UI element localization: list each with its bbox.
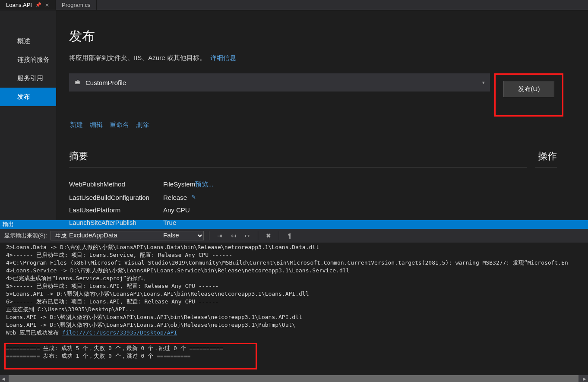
link-new[interactable]: 新建 — [70, 121, 83, 128]
row-key: LastUsedPlatform — [69, 206, 163, 214]
output-source-label: 显示输出来源(S): — [4, 232, 47, 240]
table-row: ExcludeAppData False — [69, 229, 557, 241]
edit-icon[interactable]: ✎ — [191, 194, 196, 201]
link-edit[interactable]: 编辑 — [90, 121, 103, 128]
nav-overview[interactable]: 概述 — [0, 32, 56, 51]
profile-dropdown[interactable]: CustomProfile ▾ — [69, 73, 490, 92]
table-row: LastUsedBuildConfiguration Release ✎ — [69, 191, 557, 204]
chevron-down-icon: ▾ — [482, 80, 485, 85]
scroll-left-icon[interactable]: ◀ — [0, 375, 7, 382]
output-body[interactable]: 2>Loans.Data -> D:\帮别人做的\小紫\LoansAPI\Loa… — [0, 243, 588, 375]
profile-links: 新建 编辑 重命名 删除 — [70, 121, 588, 129]
horizontal-scrollbar[interactable]: ◀ ▶ — [0, 375, 588, 382]
link-delete[interactable]: 删除 — [136, 121, 149, 128]
left-nav: 概述 连接的服务 服务引用 发布 — [0, 10, 56, 220]
main-area: 概述 连接的服务 服务引用 发布 发布 将应用部署到文件夹、IIS、Azure … — [0, 10, 588, 220]
page-subtitle: 将应用部署到文件夹、IIS、Azure 或其他目标。 详细信息 — [69, 54, 588, 62]
preview-link[interactable]: 预览... — [195, 180, 214, 189]
publish-button[interactable]: 发布(U) — [503, 81, 554, 97]
row-key: LastUsedBuildConfiguration — [69, 194, 163, 201]
scroll-thumb[interactable] — [9, 375, 579, 382]
row-value: FileSystem — [163, 180, 195, 189]
close-icon[interactable]: ✕ — [45, 2, 49, 8]
row-key: ExcludeAppData — [69, 231, 163, 239]
content: 发布 将应用部署到文件夹、IIS、Azure 或其他目标。 详细信息 Custo… — [56, 10, 588, 220]
profile-icon — [74, 79, 81, 86]
nav-publish[interactable]: 发布 — [0, 88, 56, 106]
tab-label: Loans.API — [6, 2, 32, 8]
tab-label: Program.cs — [62, 2, 90, 8]
details-link[interactable]: 详细信息 — [210, 54, 236, 61]
table-row: WebPublishMethod FileSystem 预览... — [69, 178, 557, 191]
row-value: Release — [163, 194, 187, 201]
row-value: Any CPU — [163, 206, 190, 214]
row-value: False — [163, 231, 179, 239]
profile-row: CustomProfile ▾ 发布(U) — [69, 73, 588, 117]
row-value: True — [163, 219, 176, 226]
profile-name: CustomProfile — [85, 79, 126, 86]
tab-loans-api[interactable]: Loans.API 📌 ✕ — [0, 0, 56, 10]
nav-service-references[interactable]: 服务引用 — [0, 69, 56, 88]
link-rename[interactable]: 重命名 — [110, 121, 129, 128]
table-row: LaunchSiteAfterPublish True — [69, 216, 557, 229]
output-file-link[interactable]: file:///C:/Users/33935/Desktop/API — [62, 329, 177, 336]
row-key: LaunchSiteAfterPublish — [69, 219, 163, 226]
nav-connected-services[interactable]: 连接的服务 — [0, 51, 56, 69]
publish-button-highlight: 发布(U) — [494, 73, 563, 117]
summary-heading: 摘要 — [69, 150, 527, 167]
output-panel: 输出 显示输出来源(S): 生成 ⇥ ↤ ↦ ✖ ¶ 2>Loans.Data … — [0, 220, 588, 382]
summary-table: WebPublishMethod FileSystem 预览... LastUs… — [69, 178, 557, 241]
pin-icon[interactable]: 📌 — [35, 2, 41, 8]
row-key: WebPublishMethod — [69, 180, 163, 189]
page-title: 发布 — [69, 28, 588, 45]
table-row: LastUsedPlatform Any CPU — [69, 204, 557, 216]
actions-heading: 操作 — [535, 150, 557, 167]
tab-program-cs[interactable]: Program.cs — [56, 0, 97, 10]
tab-bar: Loans.API 📌 ✕ Program.cs — [0, 0, 588, 10]
summary-header: 摘要 操作 — [69, 150, 557, 167]
scroll-right-icon[interactable]: ▶ — [581, 375, 588, 382]
